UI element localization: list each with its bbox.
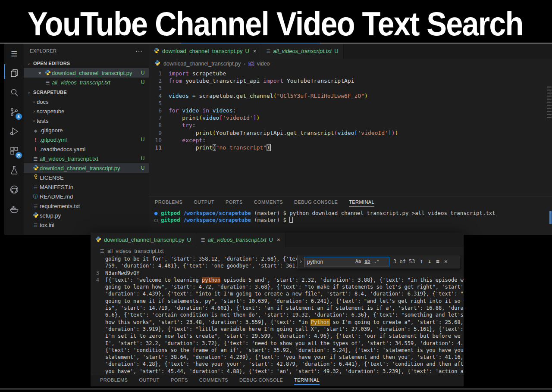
menu-icon[interactable]: ☰: [8, 48, 20, 60]
panel-tab-terminal[interactable]: TERMINAL: [294, 377, 320, 385]
file-item[interactable]: !.gitpod.ymlU: [24, 135, 149, 144]
terminal-output[interactable]: ● gitpod /workspace/scrapetube (master) …: [149, 210, 552, 223]
minimap[interactable]: [547, 87, 552, 120]
panel-tab-ports[interactable]: PORTS: [226, 199, 243, 207]
line-number: [91, 347, 105, 354]
file-item[interactable]: ◆.gitignore: [24, 125, 149, 135]
panel-tab-output[interactable]: OUTPUT: [194, 199, 214, 207]
editor-tab[interactable]: download_channel_transcript.pyU×: [149, 44, 261, 59]
transcript-row[interactable]: 4[{'text': 'welcome to learning python e…: [91, 277, 464, 283]
panel-tab-output[interactable]: OUTPUT: [139, 377, 160, 385]
transcript-row[interactable]: 'duration': 3.919}, {'text': "little var…: [91, 326, 464, 333]
transcript-row[interactable]: statement', 'start': 38.64, 'duration': …: [91, 354, 464, 361]
find-in-selection-icon[interactable]: ≡: [436, 258, 439, 265]
overlay-breadcrumb-file[interactable]: all_videos_transcript.txt: [107, 248, 164, 254]
open-editors-section[interactable]: ⌄ OPEN EDITORS: [24, 58, 149, 68]
remote-explorer-icon[interactable]: ◷: [8, 145, 20, 157]
code-line[interactable]: 5: [149, 100, 552, 107]
toggle-replace-icon[interactable]: ›: [298, 258, 304, 265]
panel-tab-ports[interactable]: PORTS: [171, 377, 188, 385]
code-token: video: [202, 115, 219, 121]
code-line[interactable]: 11 print("no transcript"): [149, 144, 552, 151]
transcript-row[interactable]: is", 'start': 14.719, 'duration': 4.601}…: [91, 305, 464, 311]
file-item[interactable]: LICENSE: [24, 173, 149, 182]
source-control-icon[interactable]: 3: [8, 106, 20, 118]
code-editor[interactable]: 1import scrapetube2from youtube_transcri…: [149, 68, 552, 196]
transcript-row[interactable]: {'text': 'conditions so the frame of an …: [91, 347, 464, 354]
code-line[interactable]: 8 try:: [149, 121, 552, 129]
folder-item[interactable]: ›docs: [24, 97, 149, 106]
panel-tab-terminal[interactable]: TERMINAL: [349, 199, 374, 207]
transcript-row[interactable]: I'm set it to zero now let's create", 's…: [91, 333, 464, 339]
code-line[interactable]: 9 print(YouTubeTranscriptApi.get_transcr…: [149, 129, 552, 137]
editor-tab[interactable]: ☰all_videos_transcript.txtU×: [196, 233, 285, 247]
code-line[interactable]: 3: [149, 84, 552, 92]
panel-tab-comments[interactable]: COMMENTS: [199, 377, 228, 385]
file-item[interactable]: download_channel_transcript.pyU: [24, 163, 149, 173]
code-token: (: [213, 144, 216, 151]
folder-item[interactable]: ›scrapetube: [24, 106, 149, 116]
code-line[interactable]: 4videos = scrapetube.get_channel("UCl5Y3…: [149, 92, 552, 100]
transcript-row[interactable]: I', 'start': 32.2, 'duration': 3.72}, {'…: [91, 340, 464, 347]
file-item[interactable]: ☰all_videos_transcript.txtU: [24, 154, 149, 163]
python-file-icon: [154, 47, 160, 55]
find-close-icon[interactable]: ×: [444, 258, 448, 265]
transcript-row[interactable]: 'duration': 4.439}, {'text': "into it I'…: [91, 290, 464, 297]
file-item[interactable]: ☰MANIFEST.in: [24, 182, 149, 192]
breadcrumb-file[interactable]: download_channel_transcript.py: [163, 61, 241, 67]
file-item[interactable]: ☰tox.ini: [24, 220, 149, 230]
github-icon[interactable]: [8, 184, 20, 196]
panel-tab-debug-console[interactable]: DEBUG CONSOLE: [294, 199, 338, 207]
panel-tab-comments[interactable]: COMMENTS: [254, 199, 283, 207]
code-line[interactable]: 10 except:: [149, 137, 552, 144]
match-case-icon[interactable]: Aa: [355, 258, 361, 265]
file-item[interactable]: ⓘREADME.md: [24, 192, 149, 201]
find-input[interactable]: [307, 259, 354, 265]
panel-tab-debug-console[interactable]: DEBUG CONSOLE: [239, 377, 283, 385]
find-previous-icon[interactable]: ↑: [420, 258, 423, 265]
open-editor-item[interactable]: ☰all_videos_transcript.txtU: [24, 78, 149, 87]
txt-file-icon: ☰: [31, 203, 40, 209]
transcript-text: I', 'start': 32.2, 'duration': 3.72}, {'…: [105, 340, 464, 347]
panel-tab-problems[interactable]: PROBLEMS: [100, 377, 128, 385]
file-item[interactable]: ☰requirements.txt: [24, 201, 149, 211]
panel-tab-problems[interactable]: PROBLEMS: [155, 199, 182, 207]
transcript-row[interactable]: you have', 'start': 45.44, 'duration': 4…: [91, 368, 464, 375]
transcript-row[interactable]: going to name it if statements. py", 'st…: [91, 298, 464, 305]
transcript-editor[interactable]: › Aa ab .* 3 of 53 ↑ ↓ ≡ × going to be i…: [91, 255, 464, 375]
overlay-breadcrumb[interactable]: ☰ all_videos_transcript.txt: [91, 247, 464, 255]
transcript-row[interactable]: going to learn how", 'start': 4.72, 'dur…: [91, 283, 464, 290]
open-editor-item[interactable]: ×download_channel_transcript.pyU: [24, 68, 149, 78]
explorer-icon[interactable]: [8, 67, 20, 79]
explorer-more-actions-icon[interactable]: ···: [135, 47, 143, 54]
editor-tab[interactable]: ☰all_videos_transcript.txtU: [261, 44, 343, 59]
transcript-row[interactable]: how this works", 'start': 23.48, 'durati…: [91, 319, 464, 326]
test-flask-icon[interactable]: [8, 164, 20, 176]
file-item[interactable]: setup.py: [24, 211, 149, 220]
line-number: [91, 354, 105, 361]
code-line[interactable]: 6for video in videos:: [149, 107, 552, 114]
search-icon[interactable]: [8, 87, 20, 99]
folder-item[interactable]: ›tests: [24, 116, 149, 125]
editor-tab[interactable]: download_channel_transcript.pyU: [91, 233, 196, 247]
project-section[interactable]: ⌄ SCRAPETUBE: [24, 87, 149, 97]
code-token: from: [169, 78, 182, 84]
transcript-row[interactable]: 3N3anMwd9vQY: [91, 270, 464, 277]
transcript-row[interactable]: 'duration': 4.28}, {'text': 'have your y…: [91, 361, 464, 367]
docker-icon[interactable]: [8, 203, 20, 215]
file-item[interactable]: !.readthedocs.yaml: [24, 144, 149, 154]
whole-word-icon[interactable]: ab: [364, 258, 370, 265]
code-line[interactable]: 1import scrapetube: [149, 70, 552, 77]
code-line[interactable]: 2from youtube_transcript_api import YouT…: [149, 77, 552, 84]
find-next-icon[interactable]: ↓: [428, 258, 431, 265]
breadcrumb[interactable]: download_channel_transcript.py › [@] vid…: [149, 59, 552, 68]
regex-icon[interactable]: .*: [374, 258, 380, 265]
close-icon[interactable]: ×: [277, 236, 280, 243]
run-debug-icon[interactable]: [8, 125, 20, 137]
breadcrumb-symbol[interactable]: video: [257, 61, 270, 67]
terminal-scrollbar[interactable]: [549, 211, 552, 224]
code-line[interactable]: 7 print(video['videoId']): [149, 114, 552, 121]
close-icon[interactable]: ×: [253, 48, 257, 54]
close-icon[interactable]: ×: [36, 70, 44, 76]
transcript-row[interactable]: 6.6}, {'text': 'certain condition is met…: [91, 311, 464, 318]
